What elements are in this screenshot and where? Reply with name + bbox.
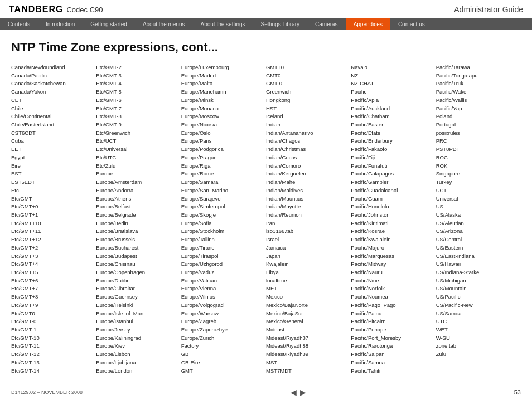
timezone-entry: Europe/Zurich	[181, 334, 264, 343]
timezone-entry: EST5EDT	[11, 178, 94, 187]
timezone-entry: UTC	[436, 318, 519, 326]
nav-item-appendices[interactable]: Appendices	[346, 18, 390, 30]
timezone-entry: Pacific/Kiritimati	[351, 219, 433, 228]
timezone-entry: iso3166.tab	[266, 227, 349, 236]
timezone-entry: Pacific/Tongatapu	[436, 72, 519, 80]
timezone-entry: Navajo	[351, 64, 433, 72]
nav-item-contact-us[interactable]: Contact us	[390, 18, 433, 30]
timezone-entry: Europe/Tiraspol	[181, 252, 264, 261]
timezone-entry: Pacific/Auckland	[351, 105, 433, 113]
timezone-entry: Etc/GMT+1	[11, 211, 94, 219]
timezone-entry: Europe/London	[96, 367, 178, 375]
timezone-entry: Etc/Zulu	[96, 162, 178, 170]
timezone-entry: Etc/GMT-4	[96, 80, 178, 88]
timezone-entry: Pacific/Pitcairn	[351, 318, 433, 326]
timezone-entry: Europe/Brussels	[96, 236, 178, 244]
timezone-entry: PRC	[436, 137, 519, 145]
timezone-entry: Europe/Budapest	[96, 252, 178, 261]
timezone-entry: GMT-0	[266, 80, 349, 88]
timezone-entry: Europe/San_Marino	[181, 187, 264, 195]
timezone-entry: Pacific/Yap	[436, 105, 519, 113]
timezone-entry: Etc/GMT-8	[96, 113, 178, 121]
timezone-entry: Pacific	[351, 88, 433, 96]
timezone-entry: Pacific/Galapagos	[351, 170, 433, 178]
timezone-entry: CST6CDT	[11, 129, 94, 138]
nav-item-introduction[interactable]: Introduction	[38, 18, 83, 30]
timezone-entry: Europe/Zagreb	[181, 318, 264, 326]
timezone-entry: MST7MDT	[266, 367, 349, 375]
timezone-entry: Pacific/Norfolk	[351, 285, 433, 293]
timezone-entry: Canada/Newfoundland	[11, 64, 94, 72]
logo-codec: Codec C90	[66, 6, 103, 14]
timezone-entry: Europe/Nicosia	[181, 121, 264, 129]
next-page-button[interactable]: ▶	[300, 388, 306, 397]
timezone-entry: Pacific/Ponape	[351, 326, 433, 334]
timezone-column-4: NavajoNZNZ-CHATPacificPacific/ApiaPacifi…	[351, 64, 436, 375]
timezone-entry: UCT	[436, 187, 519, 195]
timezone-entry: US/Hawaii	[436, 260, 519, 269]
timezone-entry: Pacific/Midway	[351, 260, 433, 269]
timezone-entry: Etc/GMT-11	[11, 342, 94, 350]
nav-item-contents[interactable]: Contents	[0, 18, 38, 30]
timezone-entry: Europe/Jersey	[96, 326, 178, 334]
timezone-entry: CET	[11, 96, 94, 105]
timezone-entry: Indian/Christmas	[266, 145, 349, 154]
timezone-entry: Europe/Guernsey	[96, 293, 178, 301]
prev-page-button[interactable]: ◀	[291, 388, 297, 397]
timezone-entry: Europe/Tallinn	[181, 236, 264, 244]
timezone-entry: US/Indiana-Starke	[436, 269, 519, 277]
timezone-entry: GMT	[181, 367, 264, 375]
nav-item-about-the-menus[interactable]: About the menus	[135, 18, 193, 30]
timezone-entry: Europe/Paris	[181, 137, 264, 145]
nav-item-about-the-settings[interactable]: About the settings	[193, 18, 253, 30]
timezone-entry: Europe/Oslo	[181, 129, 264, 138]
timezone-entry: Europe/Athens	[96, 195, 178, 203]
timezone-entry: US/Eastern	[436, 244, 519, 252]
timezone-entry: Europe/Bucharest	[96, 244, 178, 252]
timezone-entry: GB-Eire	[181, 359, 264, 367]
timezone-entry: GB	[181, 350, 264, 359]
timezone-entry: Etc/GMT-10	[11, 334, 94, 343]
timezone-entry: Etc/GMT-14	[11, 367, 94, 375]
page-content: NTP Time Zone expressions, cont... Canad…	[0, 30, 532, 381]
guide-title: Administrator Guide	[454, 5, 523, 14]
timezone-entry: Etc/GMT-2	[96, 64, 178, 72]
timezone-entry: Pacific/Guam	[351, 195, 433, 203]
timezone-entry: Europe/Zaporozhye	[181, 326, 264, 334]
timezone-entry: Mexico	[266, 293, 349, 301]
timezone-entry: Indian/Mayotte	[266, 203, 349, 211]
timezone-entry: GMT+0	[266, 64, 349, 72]
timezone-entry: Europe/Moscow	[181, 113, 264, 121]
timezone-entry: localtime	[266, 277, 349, 285]
timezone-entry: Europe/Rome	[181, 170, 264, 178]
timezone-entry: Pacific/Samoa	[351, 359, 433, 367]
timezone-entry: Europe/Mariehamn	[181, 88, 264, 96]
timezone-entry: Etc/GMT+2	[11, 244, 94, 252]
timezone-entry: Canada/Pacific	[11, 72, 94, 80]
timezone-entry: Europe/Skopje	[181, 211, 264, 219]
timezone-entry: Etc/UTC	[96, 154, 178, 162]
timezone-entry: Pacific/Enderbury	[351, 137, 433, 145]
timezone-entry: Europe/Samara	[181, 178, 264, 187]
timezone-entry: US/Michigan	[436, 277, 519, 285]
timezone-entry: Europe/Chisinau	[96, 260, 178, 269]
timezone-entry: Chile/EasterIsland	[11, 121, 94, 129]
timezone-entry: Europe/Kaliningrad	[96, 334, 178, 343]
nav-item-settings-library[interactable]: Settings Library	[253, 18, 307, 30]
nav-item-getting-started[interactable]: Getting started	[83, 18, 135, 30]
timezone-entry: Europe/Ljubljana	[96, 359, 178, 367]
timezone-entry: Canada/Yukon	[11, 88, 94, 96]
timezone-entry: Indian/Maldives	[266, 187, 349, 195]
timezone-entry: Europe/Kiev	[96, 342, 178, 350]
timezone-entry: Singapore	[436, 170, 519, 178]
timezone-entry: zone.tab	[436, 342, 519, 350]
timezone-entry: Pacific/Niue	[351, 277, 433, 285]
timezone-entry: Canada/Saskatchewan	[11, 80, 94, 88]
timezone-entry: Pacific/Palau	[351, 310, 433, 318]
nav-item-cameras[interactable]: Cameras	[307, 18, 346, 30]
page-title: NTP Time Zone expressions, cont...	[11, 40, 521, 55]
logo-tandberg: TANDBERG	[9, 4, 63, 14]
timezone-entry: Etc/Greenwich	[96, 129, 178, 138]
timezone-entry: Etc/Universal	[96, 145, 178, 154]
timezone-entry: ROK	[436, 162, 519, 170]
